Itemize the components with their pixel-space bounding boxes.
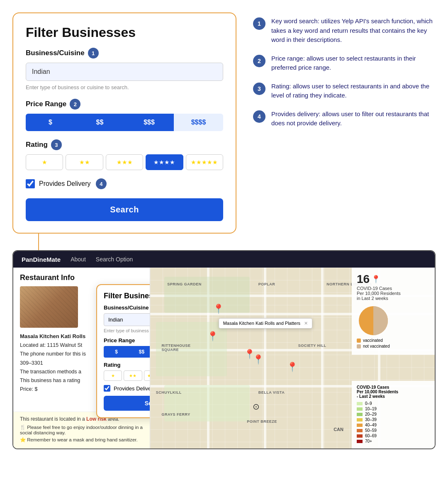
nav-about[interactable]: About — [71, 256, 86, 263]
annotation-text-1: Key word search: utilizes Yelp API's sea… — [271, 17, 436, 45]
map-label-spring-garden: SPRING GARDEN — [167, 282, 202, 286]
legend-row-70plus: 70+ — [357, 439, 430, 443]
mini-business-hint: Enter type of business or cuisine to sea… — [104, 328, 150, 333]
mini-business-input[interactable] — [104, 313, 150, 326]
rating-button-5[interactable]: ★★★★★ — [186, 154, 223, 170]
left-panel: Restaurant Info Masala Kitchen Kati Roll… — [13, 268, 150, 448]
map-label-schuylkill: SCHUYLKILL — [156, 390, 182, 395]
legend-color-30-39 — [357, 418, 363, 421]
annotation-3: 3 Rating: allows user to select restaura… — [253, 82, 436, 100]
rating-button-4[interactable]: ★★★★ — [146, 154, 183, 170]
map-pin-2[interactable]: 📍 — [207, 331, 218, 342]
annotation-text-2: Price range: allows user to select resta… — [271, 54, 436, 73]
app-content: Restaurant Info Masala Kitchen Kati Roll… — [13, 268, 435, 448]
annotation-text-4: Provides delivery: allows user to filter… — [271, 110, 436, 128]
covid-count: 16 — [357, 273, 370, 286]
legend-row-40-49: 40–49 — [357, 423, 430, 427]
map-tooltip-text: Masala Kitchen Kati Rolls and Platters — [223, 321, 300, 326]
legend-label-10-19: 10–19 — [365, 407, 377, 411]
price-button-2[interactable]: $$ — [75, 114, 124, 131]
legend-not-vaccinated-dot — [357, 344, 361, 348]
price-button-3[interactable]: $$$ — [124, 114, 174, 131]
advice-1: 🍴 Please feel free to go enjoy indoor/ou… — [20, 424, 143, 435]
annotations-panel: 1 Key word search: utilizes Yelp API's s… — [253, 12, 436, 234]
delivery-checkbox[interactable] — [26, 179, 35, 188]
legend-label-60-69: 60–69 — [365, 434, 377, 438]
annotation-1: 1 Key word search: utilizes Yelp API's s… — [253, 17, 436, 45]
search-button[interactable]: Search — [26, 198, 223, 221]
mini-filter-popup: Filter Businesses Business/Cuisine Enter… — [96, 284, 150, 418]
map-road-v-3 — [321, 268, 324, 448]
mini-filter-title: Filter Businesses — [104, 292, 150, 300]
annotation-badge-2: 2 — [253, 55, 265, 67]
annotation-badge-4: 4 — [253, 110, 265, 123]
legend-not-vaccinated: not vaccinated — [357, 344, 430, 348]
mini-rating-btn-2[interactable]: ★★ — [124, 370, 142, 381]
covid-pie-chart — [357, 304, 390, 337]
business-input[interactable] — [26, 63, 223, 81]
mini-price-btn-1[interactable]: $ — [104, 346, 129, 358]
mini-price-label: Price Range — [104, 337, 150, 344]
legend-color-60-69 — [357, 434, 363, 438]
legend-vaccinated: vaccinated — [357, 338, 430, 343]
map-label-poplar: POPLAR — [258, 282, 275, 286]
rating-label-text: Rating — [26, 141, 48, 149]
rating-button-1[interactable]: ★ — [26, 154, 63, 170]
covid-label: COVID-19 CasesPer 10,000 Residentsin Las… — [357, 286, 430, 301]
covid-legend-title: COVID-19 CasesPer 10,000 Residents- Last… — [357, 385, 430, 399]
restaurant-image — [20, 286, 78, 328]
price-button-1[interactable]: $ — [26, 114, 75, 131]
business-badge: 1 — [88, 48, 99, 58]
filter-card: Filter Businesses Business/Cuisine 1 Ent… — [12, 12, 236, 234]
map-pin-user[interactable]: ⊙ — [253, 402, 260, 412]
annotation-badge-1: 1 — [253, 17, 265, 30]
map-pin-4[interactable]: 📍 — [253, 354, 264, 365]
legend-color-40-49 — [357, 424, 363, 427]
mini-rating-btn-3[interactable]: ★★★ — [144, 370, 151, 381]
rating-buttons: ★ ★★ ★★★ ★★★★ ★★★★★ — [26, 154, 223, 170]
price-button-4[interactable]: $$$$ — [174, 114, 223, 131]
mini-price-buttons: $ $$ $$$ $$$$ — [104, 346, 150, 358]
legend-color-10-19 — [357, 407, 363, 411]
map-pin-5[interactable]: 📍 — [287, 362, 298, 373]
mini-delivery-row: Provides Delivery — [104, 385, 150, 392]
legend-row-0-9: 0–9 — [357, 401, 430, 406]
annotation-4: 4 Provides delivery: allows user to filt… — [253, 110, 436, 128]
app-screenshot: PanDineMate About Search Option Restaura… — [12, 250, 436, 449]
legend-row-30-39: 30–39 — [357, 417, 430, 422]
business-label-text: Business/Cuisine — [26, 49, 85, 57]
annotation-text-3: Rating: allows user to select restaurant… — [271, 82, 436, 100]
advice-2: ⭐ Remember to wear a mask and bring hand… — [20, 437, 143, 443]
legend-row-60-69: 60–69 — [357, 434, 430, 438]
mini-price-btn-2[interactable]: $$ — [129, 346, 150, 358]
price-label-text: Price Range — [26, 100, 66, 108]
map-tooltip-close[interactable]: ✕ — [304, 321, 308, 326]
navbar: PanDineMate About Search Option — [13, 251, 435, 268]
mini-search-button[interactable]: Search — [104, 396, 150, 411]
legend-label-30-39: 30–39 — [365, 417, 377, 422]
annotation-badge-3: 3 — [253, 83, 265, 95]
mini-rating-buttons: ★ ★★ ★★★ ★★★★ ★★★★★ — [104, 370, 150, 381]
rating-badge: 3 — [51, 139, 62, 150]
rating-button-3[interactable]: ★★★ — [106, 154, 143, 170]
map-label-rittenhouse: RITTENHOUSESQUARE — [161, 344, 190, 352]
mini-delivery-checkbox[interactable] — [104, 385, 110, 392]
covid-panel: 16 📍 COVID-19 CasesPer 10,000 Residentsi… — [352, 268, 435, 355]
business-hint: Enter type of business or cuisine to sea… — [26, 84, 223, 90]
business-section-label: Business/Cuisine 1 — [26, 48, 223, 58]
legend-color-50-59 — [357, 429, 363, 432]
rating-button-2[interactable]: ★★ — [66, 154, 103, 170]
map-area[interactable]: SPRING GARDEN POPLAR NORTHERN LIBERTIES … — [150, 268, 435, 448]
legend-color-20-29 — [357, 413, 363, 416]
price-range-buttons: $ $$ $$$ $$$$ — [26, 114, 223, 131]
mini-rating-btn-1[interactable]: ★ — [104, 370, 122, 381]
nav-brand: PanDineMate — [22, 256, 61, 263]
nav-search-option[interactable]: Search Option — [96, 256, 133, 263]
price-section-label: Price Range 2 — [26, 99, 223, 110]
filter-card-title: Filter Businesses — [26, 25, 223, 40]
legend-color-0-9 — [357, 402, 363, 405]
covid-legend-panel: COVID-19 CasesPer 10,000 Residents- Last… — [352, 381, 435, 448]
map-pin-1[interactable]: 📍 — [213, 304, 224, 314]
delivery-row: Provides Delivery 4 — [26, 178, 223, 189]
legend-vaccinated-label: vaccinated — [363, 338, 383, 343]
